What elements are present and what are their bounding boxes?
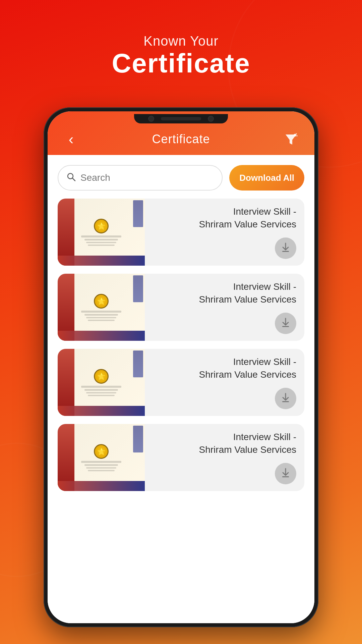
search-icon bbox=[66, 172, 76, 184]
cert-bottom-strip bbox=[58, 331, 145, 341]
cert-line-extra bbox=[88, 245, 115, 246]
download-button-2[interactable] bbox=[275, 313, 296, 334]
cert-thumbnail: ⭐ bbox=[58, 349, 145, 416]
cert-line-sub bbox=[84, 239, 118, 240]
cert-text-lines bbox=[81, 311, 121, 321]
appbar-title: Certificate bbox=[152, 132, 210, 146]
cert-inner: ⭐ bbox=[58, 199, 145, 266]
cert-medal: ⭐ bbox=[94, 369, 109, 384]
list-item: ⭐ Interview Skill -Shriram Value Service… bbox=[58, 199, 304, 266]
cert-medal: ⭐ bbox=[94, 444, 109, 459]
list-item: ⭐ Interview Skill -Shriram Value Service… bbox=[58, 274, 304, 341]
download-icon-2 bbox=[280, 317, 291, 330]
search-box[interactable] bbox=[58, 165, 223, 191]
header-text-block: Known Your Certificate bbox=[112, 34, 250, 78]
cert-line-extra bbox=[88, 470, 115, 471]
download-button-3[interactable] bbox=[275, 388, 296, 409]
search-input[interactable] bbox=[80, 172, 214, 183]
cert-bottom-strip bbox=[58, 256, 145, 266]
cert-corner-deco bbox=[133, 351, 143, 377]
list-item: ⭐ Interview Skill -Shriram Value Service… bbox=[58, 424, 304, 491]
cert-corner-deco bbox=[133, 426, 143, 452]
download-button-4[interactable] bbox=[275, 463, 296, 484]
svg-rect-8 bbox=[282, 401, 289, 402]
cert-title-4: Interview Skill -Shriram Value Services bbox=[199, 431, 296, 456]
cert-corner-deco bbox=[133, 275, 143, 302]
svg-point-2 bbox=[296, 133, 297, 135]
download-icon-3 bbox=[280, 392, 291, 405]
cert-thumbnail: ⭐ bbox=[58, 199, 145, 266]
cert-inner: ⭐ bbox=[58, 349, 145, 416]
cert-info: Interview Skill -Shriram Value Services bbox=[145, 424, 304, 491]
header-subtitle: Known Your bbox=[112, 34, 250, 49]
speaker-bar bbox=[161, 117, 201, 120]
cert-line-title bbox=[81, 235, 121, 237]
cert-line-name bbox=[86, 242, 116, 243]
cert-info: Interview Skill -Shriram Value Services bbox=[145, 349, 304, 416]
cert-line-name bbox=[86, 317, 116, 318]
cert-text-lines bbox=[81, 461, 121, 471]
cert-thumbnail: ⭐ bbox=[58, 424, 145, 491]
download-button-1[interactable] bbox=[275, 237, 296, 259]
cert-text-lines bbox=[81, 235, 121, 246]
cert-info: Interview Skill -Shriram Value Services bbox=[145, 274, 304, 341]
cert-title-2: Interview Skill -Shriram Value Services bbox=[199, 280, 296, 306]
cert-line-title bbox=[81, 311, 121, 313]
camera-dot bbox=[148, 116, 154, 122]
phone-wrapper: ‹ Certificate bbox=[44, 107, 318, 627]
download-icon-4 bbox=[280, 467, 291, 480]
svg-line-5 bbox=[72, 178, 75, 181]
download-all-button[interactable]: Download All bbox=[229, 165, 304, 191]
svg-point-3 bbox=[296, 135, 298, 137]
svg-rect-7 bbox=[282, 326, 289, 327]
sensor-dot bbox=[208, 116, 214, 122]
svg-rect-9 bbox=[282, 476, 289, 477]
cert-thumbnail: ⭐ bbox=[58, 274, 145, 341]
cert-line-title bbox=[81, 386, 121, 388]
cert-line-extra bbox=[88, 320, 115, 321]
cert-text-lines bbox=[81, 386, 121, 396]
filter-button[interactable] bbox=[281, 129, 301, 149]
cert-title-1: Interview Skill -Shriram Value Services bbox=[199, 205, 296, 231]
list-item: ⭐ Interview Skill -Shriram Value Service… bbox=[58, 349, 304, 416]
cert-corner-deco bbox=[133, 200, 143, 227]
cert-bottom-strip bbox=[58, 481, 145, 491]
header-title: Certificate bbox=[112, 49, 250, 78]
cert-medal: ⭐ bbox=[94, 219, 109, 233]
cert-line-sub bbox=[84, 464, 118, 466]
cert-line-name bbox=[86, 392, 116, 393]
cert-inner: ⭐ bbox=[58, 274, 145, 341]
cert-title-3: Interview Skill -Shriram Value Services bbox=[199, 356, 296, 381]
content-area: Download All ⭐ bbox=[48, 155, 314, 623]
phone-outer: ‹ Certificate bbox=[44, 107, 318, 627]
cert-inner: ⭐ bbox=[58, 424, 145, 491]
cert-bottom-strip bbox=[58, 406, 145, 416]
download-icon-1 bbox=[280, 242, 291, 255]
cert-medal: ⭐ bbox=[94, 294, 109, 309]
phone-notch bbox=[134, 114, 228, 123]
filter-icon bbox=[283, 131, 299, 147]
cert-line-title bbox=[81, 461, 121, 463]
back-button[interactable]: ‹ bbox=[61, 131, 81, 148]
cert-line-name bbox=[86, 467, 116, 469]
cert-info: Interview Skill -Shriram Value Services bbox=[145, 199, 304, 266]
cert-line-sub bbox=[84, 314, 118, 316]
svg-rect-6 bbox=[282, 251, 289, 252]
cert-line-sub bbox=[84, 389, 118, 391]
search-row: Download All bbox=[58, 165, 304, 191]
cert-line-extra bbox=[88, 395, 115, 396]
phone-screen: ‹ Certificate bbox=[48, 111, 314, 623]
